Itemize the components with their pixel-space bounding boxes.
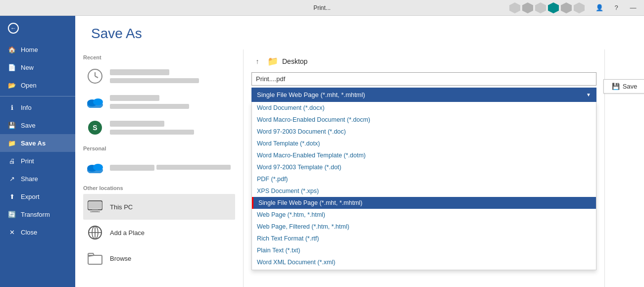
location-browse[interactable]: Browse — [83, 245, 235, 271]
sidebar-label-home: Home — [21, 46, 38, 53]
pc-icon — [86, 198, 104, 216]
this-pc-label: This PC — [110, 203, 133, 211]
format-option-xml2003[interactable]: Word 2003 XML Document (*.xml) — [252, 268, 596, 270]
save-icon: 💾 — [8, 121, 16, 129]
svg-rect-14 — [90, 211, 100, 212]
back-arrow-icon: ← — [8, 23, 19, 34]
sidebar-item-home[interactable]: 🏠 Home — [0, 41, 75, 58]
minimize-icon[interactable]: — — [626, 1, 640, 15]
location-add-place[interactable]: Add a Place — [83, 220, 235, 245]
sidebar-item-share[interactable]: ↗ Share — [0, 170, 75, 188]
sidebar-item-info[interactable]: ℹ Info — [0, 98, 75, 116]
format-dropdown-selected[interactable]: Single File Web Page (*.mht, *.mhtml) ▼ — [251, 88, 596, 102]
recent-item-3-sub — [110, 130, 194, 135]
format-option-docm[interactable]: Word Macro-Enabled Document (*.docm) — [252, 114, 596, 126]
sidebar-item-export[interactable]: ⬆ Export — [0, 188, 75, 205]
sidebar-label-close: Close — [21, 229, 37, 236]
breadcrumb-bar: ↑ 📁 Desktop — [251, 49, 596, 72]
sidebar-label-new: New — [21, 64, 34, 71]
sidebar-item-transform[interactable]: 🔄 Transform — [0, 205, 75, 223]
save-button-label: Save — [623, 83, 638, 90]
format-option-dotm[interactable]: Word Macro-Enabled Template (*.dotm) — [252, 149, 596, 161]
location-recent-3[interactable]: S — [83, 115, 235, 141]
new-icon: 📄 — [8, 63, 16, 71]
transform-icon: 🔄 — [8, 210, 16, 218]
sidebar-label-share: Share — [21, 175, 38, 183]
format-option-dot[interactable]: Word 97-2003 Template (*.dot) — [252, 161, 596, 173]
format-option-xps[interactable]: XPS Document (*.xps) — [252, 185, 596, 197]
content-area: Save As Recent — [75, 16, 644, 287]
onedrive-blue-icon — [86, 93, 104, 111]
format-option-xml[interactable]: Word XML Document (*.xml) — [252, 256, 596, 268]
sharepoint-icon: S — [86, 119, 104, 137]
sidebar-label-open: Open — [21, 82, 37, 89]
chevron-down-icon: ▼ — [586, 92, 591, 97]
sidebar-item-save-as[interactable]: 📁 Save As — [0, 134, 75, 152]
filename-input[interactable] — [251, 72, 596, 86]
back-button[interactable]: ← — [0, 16, 75, 41]
hex4 — [548, 2, 559, 13]
sidebar-item-print[interactable]: 🖨 Print — [0, 152, 75, 170]
recent-item-2-name — [110, 95, 159, 101]
format-option-htm[interactable]: Web Page (*.htm, *.html) — [252, 209, 596, 221]
format-option-pdf[interactable]: PDF (*.pdf) — [252, 173, 596, 185]
sidebar-label-save: Save — [21, 122, 36, 129]
location-recent-1[interactable] — [83, 63, 235, 89]
profile-icon[interactable]: 👤 — [593, 1, 606, 15]
breadcrumb-up-button[interactable]: ↑ — [251, 55, 263, 67]
print-icon: 🖨 — [8, 157, 16, 165]
location-personal-1[interactable] — [83, 154, 235, 180]
page-title: Save As — [91, 26, 628, 42]
sidebar-item-open[interactable]: 📂 Open — [0, 76, 75, 94]
location-recent-2[interactable] — [83, 89, 235, 115]
add-place-label: Add a Place — [110, 229, 145, 237]
sidebar-label-transform: Transform — [21, 211, 50, 218]
hex1 — [509, 2, 520, 13]
svg-rect-20 — [88, 255, 102, 264]
format-dropdown-label: Single File Web Page (*.mht, *.mhtml) — [257, 91, 365, 98]
recent-item-2-sub — [110, 104, 189, 109]
personal-section-label: Personal — [83, 141, 235, 154]
add-place-icon — [86, 224, 104, 241]
sidebar-item-new[interactable]: 📄 New — [0, 58, 75, 76]
save-button-icon: 💾 — [612, 83, 620, 90]
top-bar: Print... 👤 ? — — [0, 0, 644, 16]
location-this-pc[interactable]: This PC — [83, 194, 235, 220]
hex2 — [522, 2, 533, 13]
format-option-txt[interactable]: Plain Text (*.txt) — [252, 244, 596, 256]
locations-panel: Recent — [75, 49, 244, 287]
format-option-doc[interactable]: Word 97-2003 Document (*.doc) — [252, 126, 596, 138]
export-icon: ⬆ — [8, 192, 16, 200]
format-option-docx[interactable]: Word Document (*.docx) — [252, 102, 596, 114]
sidebar-item-close[interactable]: ✕ Close — [0, 223, 75, 241]
location-area: Recent — [75, 49, 644, 287]
sidebar-item-save[interactable]: 💾 Save — [0, 116, 75, 134]
personal-item-1-sub — [156, 165, 231, 170]
format-option-rtf[interactable]: Rich Text Format (*.rtf) — [252, 233, 596, 244]
format-option-htm-filtered[interactable]: Web Page, Filtered (*.htm, *.html) — [252, 221, 596, 233]
recent-item-3-name — [110, 121, 164, 127]
browse-label: Browse — [110, 255, 131, 262]
share-icon: ↗ — [8, 175, 16, 183]
save-as-icon: 📁 — [8, 139, 16, 147]
svg-point-5 — [93, 98, 103, 105]
home-icon: 🏠 — [8, 46, 16, 53]
recent-item-1-name — [110, 69, 169, 75]
format-option-mht[interactable]: Single File Web Page (*.mht, *.mhtml) — [252, 197, 596, 209]
open-icon: 📂 — [8, 81, 16, 89]
right-panel: 💾 Save — [604, 49, 644, 287]
recent-item-1-sub — [110, 78, 199, 83]
hex5 — [561, 2, 572, 13]
help-icon[interactable]: ? — [609, 1, 623, 15]
top-bar-title: Print... — [313, 4, 331, 11]
sidebar-label-print: Print — [21, 157, 34, 165]
format-option-dotx[interactable]: Word Template (*.dotx) — [252, 138, 596, 149]
clock-icon — [86, 67, 104, 85]
svg-text:S: S — [93, 124, 97, 132]
save-button[interactable]: 💾 Save — [603, 79, 644, 94]
breadcrumb-folder-icon: 📁 — [267, 56, 278, 67]
svg-point-10 — [93, 164, 103, 171]
other-section-label: Other locations — [83, 180, 235, 194]
close-icon: ✕ — [8, 228, 16, 236]
recent-section-label: Recent — [83, 49, 235, 63]
